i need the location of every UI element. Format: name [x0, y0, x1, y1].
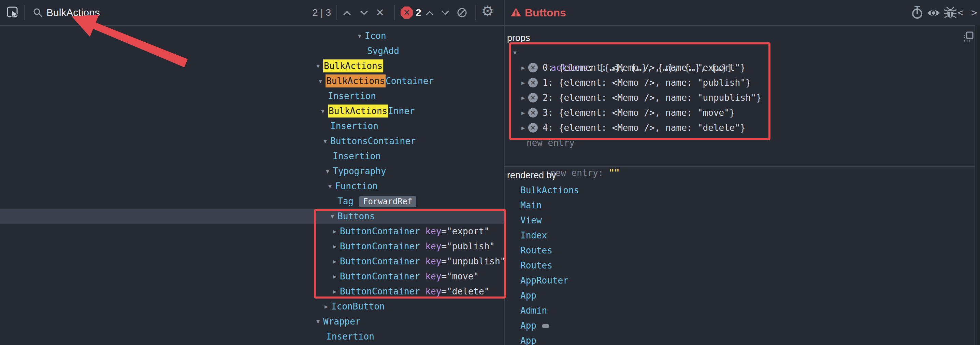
expand-arrow-icon[interactable]: ▸	[519, 90, 528, 105]
rendered-by-name[interactable]: Admin	[520, 305, 547, 316]
rendered-by-item[interactable]: View	[520, 213, 542, 228]
tree-row[interactable]: ▸ButtonContainer key="delete"	[0, 284, 504, 299]
tree-row[interactable]: ▾BulkActions	[0, 58, 504, 73]
rendered-by-item[interactable]: Index	[520, 228, 547, 243]
rendered-by-item[interactable]: BulkActions	[520, 183, 579, 198]
search-input[interactable]	[46, 6, 285, 19]
tree-row[interactable]: ▸IconButton	[0, 299, 504, 314]
array-item-value[interactable]: : {element: <Memo />, name: "publish"}	[548, 78, 751, 88]
delete-entry-icon[interactable]: ✕	[528, 123, 538, 133]
inspect-element-icon[interactable]	[6, 6, 20, 19]
array-item-value[interactable]: : {element: <Memo />, name: "delete"}	[548, 123, 746, 133]
view-source-code-icon[interactable]: < >	[958, 6, 978, 19]
array-item-value[interactable]: : {element: <Memo />, name: "unpublish"}	[548, 93, 762, 103]
delete-entry-icon[interactable]: ✕	[528, 63, 538, 72]
collapse-arrow-icon[interactable]: ▾	[316, 73, 325, 88]
tree-row[interactable]: ▾Icon	[0, 28, 504, 43]
error-badge-icon[interactable]: ✕	[401, 6, 413, 19]
tree-row[interactable]: Insertion	[0, 88, 504, 104]
collapse-arrow-icon[interactable]: ▾	[355, 28, 364, 43]
rendered-by-item[interactable]: App	[520, 333, 536, 345]
collapse-arrow-icon[interactable]: ▾	[323, 164, 332, 179]
tree-row[interactable]: ▸ButtonContainer key="unpublish"	[0, 254, 504, 269]
tree-row[interactable]: ▾ButtonsContainer	[0, 134, 504, 149]
tree-row[interactable]: ▸ButtonContainer key="move"	[0, 269, 504, 284]
expand-arrow-icon[interactable]: ▸	[322, 299, 331, 314]
tree-row[interactable]: ▾Typography	[0, 164, 504, 179]
tree-row[interactable]: Insertion	[0, 329, 504, 344]
tree-row[interactable]: ▾BulkActionsContainer	[0, 73, 504, 88]
clear-search-icon[interactable]: ✕	[376, 6, 384, 19]
rendered-by-name[interactable]: Routes	[520, 260, 552, 270]
tree-row[interactable]: Insertion	[0, 118, 504, 134]
collapse-arrow-icon[interactable]: ▾	[313, 314, 323, 329]
collapse-arrow-icon[interactable]: ▾	[328, 209, 337, 224]
props-new-entry-row[interactable]: new entry: ""	[505, 150, 975, 165]
collapse-arrow-icon[interactable]: ▾	[326, 179, 334, 194]
props-array-item-row[interactable]: ▸✕1: {element: <Memo />, name: "publish"…	[505, 75, 975, 90]
props-array-item-row[interactable]: ▸✕0: {element: <Memo />, name: "export"}	[505, 60, 975, 75]
expand-arrow-icon[interactable]: ▸	[330, 224, 339, 239]
rendered-by-name[interactable]: App	[520, 320, 536, 331]
rendered-by-item[interactable]: App	[520, 318, 549, 333]
previous-error-icon[interactable]	[425, 10, 434, 16]
collapse-arrow-icon[interactable]: ▾	[313, 58, 323, 73]
props-array-item-row[interactable]: ▸✕4: {element: <Memo />, name: "delete"}	[505, 120, 975, 135]
collapse-arrow-icon[interactable]: ▾	[321, 134, 329, 149]
rendered-by-name[interactable]: Main	[520, 200, 542, 211]
tree-row[interactable]: ▾Function	[0, 179, 504, 194]
tree-row[interactable]: ▸ButtonContainer key="export"	[0, 224, 504, 239]
delete-entry-icon[interactable]: ✕	[528, 78, 538, 88]
suppress-errors-icon[interactable]	[457, 7, 468, 18]
rendered-by-item[interactable]: Admin	[520, 303, 547, 318]
previous-match-icon[interactable]	[343, 10, 352, 16]
rendered-by-name[interactable]: Routes	[520, 245, 552, 256]
rendered-by-item[interactable]: Main	[520, 198, 542, 213]
tree-row[interactable]: ▾Buttons	[0, 209, 504, 224]
array-item-value[interactable]: : {element: <Memo />, name: "move"}	[548, 108, 735, 118]
props-array-item-row[interactable]: ▸✕3: {element: <Memo />, name: "move"}	[505, 105, 975, 120]
expand-arrow-icon[interactable]: ▸	[330, 239, 339, 254]
inspect-dom-eye-icon[interactable]	[927, 8, 940, 18]
expand-arrow-icon[interactable]: ▸	[330, 284, 339, 299]
delete-entry-icon[interactable]: ✕	[528, 108, 538, 118]
expand-arrow-icon[interactable]: ▸	[519, 120, 528, 135]
log-to-console-bug-icon[interactable]	[944, 6, 957, 19]
settings-gear-icon[interactable]: ⚙	[481, 5, 494, 18]
collapse-arrow-icon[interactable]: ▾	[318, 104, 327, 118]
next-error-icon[interactable]	[441, 10, 450, 16]
tree-row[interactable]: ▾BulkActionsInner	[0, 104, 504, 118]
tree-row[interactable]: TagForwardRef	[0, 194, 504, 209]
rendered-by-item[interactable]: App	[520, 288, 536, 303]
rendered-by-name[interactable]: View	[520, 215, 542, 225]
expand-arrow-icon[interactable]: ▸	[330, 254, 339, 269]
tree-row[interactable]: ▸ButtonContainer key="publish"	[0, 239, 504, 254]
expand-arrow-icon[interactable]: ▸	[519, 60, 528, 75]
array-item-value[interactable]: : {element: <Memo />, name: "export"}	[548, 62, 746, 73]
new-entry-value[interactable]: ""	[609, 168, 619, 178]
props-actions-row[interactable]: ▾ actions: [{…}, {…}, {…}, {…}, {…}]	[505, 45, 975, 60]
rendered-by-name[interactable]: AppRouter	[520, 275, 568, 286]
next-match-icon[interactable]	[360, 10, 369, 16]
copy-to-clipboard-icon[interactable]	[963, 31, 974, 42]
rendered-by-name[interactable]: App	[520, 335, 536, 345]
tree-row[interactable]: Insertion	[0, 149, 504, 164]
rendered-by-name[interactable]: BulkActions	[520, 185, 579, 195]
rendered-by-name[interactable]: Index	[520, 230, 547, 241]
tree-row[interactable]: SvgAdd	[0, 43, 504, 58]
expand-arrow-icon[interactable]: ▸	[330, 269, 339, 284]
new-entry-label[interactable]: new entry	[550, 168, 598, 178]
rendered-by-item[interactable]: Routes	[520, 243, 552, 258]
rendered-by-item[interactable]: AppRouter	[520, 273, 568, 288]
new-entry-placeholder[interactable]: new entry	[527, 135, 574, 150]
props-array-item-row[interactable]: ▸✕2: {element: <Memo />, name: "unpublis…	[505, 90, 975, 105]
tree-row[interactable]: ▾Wrapper	[0, 314, 504, 329]
rendered-by-name[interactable]: App	[520, 290, 536, 300]
delete-entry-icon[interactable]: ✕	[528, 93, 538, 102]
collapse-arrow-icon[interactable]: ▾	[511, 45, 519, 60]
array-new-entry-row[interactable]: new entry	[505, 135, 975, 150]
expand-arrow-icon[interactable]: ▸	[519, 75, 528, 90]
scrollbar-track[interactable]	[975, 25, 980, 345]
suspense-timer-icon[interactable]	[911, 5, 923, 20]
rendered-by-item[interactable]: Routes	[520, 258, 552, 273]
